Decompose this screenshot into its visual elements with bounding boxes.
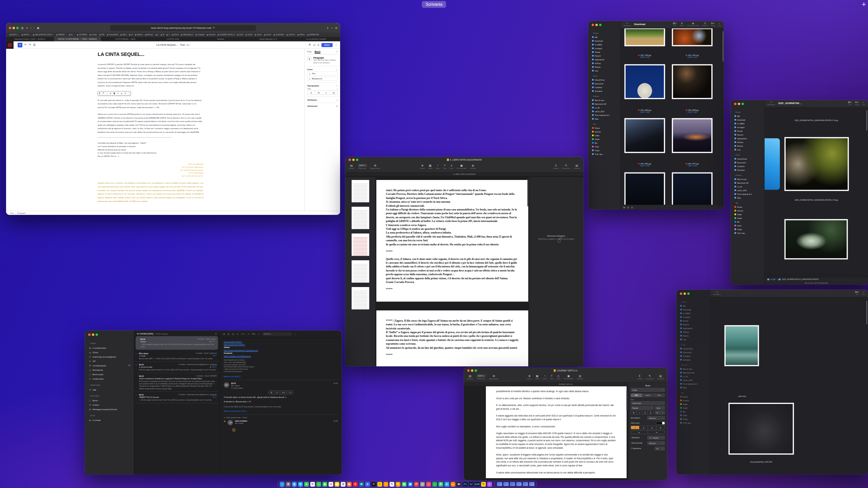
dock-app-icon[interactable]: ✎ (396, 482, 400, 487)
search-button[interactable]: ⌕Cerca (862, 290, 865, 295)
mobile-view-icon[interactable]: ▯ (318, 43, 319, 46)
sidebar-item[interactable]: AirDrop (733, 140, 762, 144)
browser-tab[interactable]: Independent Analytics ‹ 18x24 — WordPres… (6, 37, 54, 41)
separator-block[interactable] (98, 137, 172, 138)
bookmark-item[interactable]: TPE (99, 34, 104, 36)
sidebar-item[interactable]: mac (679, 338, 708, 341)
share-button[interactable]: ↥Condividi (553, 164, 559, 169)
dock-app-icon[interactable]: ☺ (280, 482, 284, 487)
dock-app-icon[interactable]: = (383, 482, 388, 487)
photo-thumbnail[interactable] (626, 174, 664, 205)
bookmark-item[interactable]: JOURNEY WITH LU (218, 34, 235, 36)
sidebar-item[interactable]: Musica (733, 144, 762, 148)
browser-tab[interactable]: Le mie statistiche | Unsplash (292, 37, 340, 41)
file-cell[interactable]: LRO_8691.jpg 4.928 × 3.280 (626, 119, 664, 152)
dock-app-icon[interactable]: ◖ (316, 482, 321, 487)
sidebar-item[interactable]: Arancio (591, 130, 618, 134)
desktop-view-icon[interactable]: ▭ (313, 43, 316, 46)
wp-editor-canvas[interactable]: LA CINTA SEQUEL... mi ammiri GRTM? e per… (6, 49, 304, 211)
format-button[interactable]: ✎Formattazione (562, 164, 570, 169)
sidebar-item[interactable]: Macintosh HD (679, 371, 708, 374)
forward-icon[interactable]: ↪ (289, 391, 291, 393)
move-to-field[interactable]: Sposta in... (262, 332, 292, 336)
view-button[interactable]: ▤∨Vista (855, 290, 859, 295)
close-icon[interactable]: × (336, 50, 338, 53)
dock-app-icon[interactable]: Lr (469, 482, 474, 487)
tab-block[interactable]: Block (315, 50, 320, 53)
sidebar-item[interactable]: LaCie_2021 (591, 109, 618, 113)
mailbox-item[interactable]: Preferiti (87, 341, 132, 346)
file-cell[interactable] (673, 174, 711, 205)
sidebar-item[interactable]: Immagini (679, 315, 708, 319)
page-thumbnail[interactable] (352, 180, 369, 202)
show-more-link[interactable]: Mostra di più da luca romano (224, 410, 338, 412)
sidebar-icon[interactable]: ▥ (21, 26, 24, 29)
paragraph-block-icon[interactable]: ¶ (98, 92, 102, 95)
dock-app-icon[interactable]: ✎ (481, 482, 486, 487)
align-icon[interactable]: ≡ (109, 92, 113, 95)
mailbox-item[interactable]: ✉ lucaromano.journey@gmail… (87, 354, 132, 359)
sidebar-item[interactable]: Posizioni (679, 363, 708, 367)
sidebar-item[interactable]: Sala (679, 386, 708, 389)
sidebar-item[interactable]: Viola (733, 224, 762, 227)
sidebar-item[interactable]: Tutti i tag… (679, 421, 708, 425)
sidebar-item[interactable]: Documenti (679, 350, 708, 354)
sidebar-item[interactable]: Documenti (591, 82, 618, 85)
star-icon[interactable]: ★ (224, 420, 225, 425)
color-icon[interactable]: ◐ (258, 333, 260, 335)
photo-thumbnail[interactable] (730, 404, 793, 453)
more-options-icon[interactable]: ⋮ (335, 43, 337, 46)
gallery-view-icon[interactable]: ⫶ (635, 206, 636, 208)
sidebar-item[interactable]: Download (733, 118, 762, 122)
toolbar-button[interactable]: ▦Tabella (428, 164, 432, 169)
scrollbar[interactable] (527, 179, 528, 206)
wp-add-block-button[interactable]: + (18, 43, 22, 47)
sidebar-item[interactable]: ME (733, 114, 762, 118)
photo-thumbnail[interactable] (673, 29, 711, 45)
wp-document-title[interactable]: LA CINTA SEQUEL... · Post⌘K (156, 44, 190, 46)
italic-button[interactable]: I (637, 411, 643, 414)
sidebar-item[interactable]: AirDrop (679, 330, 708, 334)
dock-app-icon[interactable]: ✆ (438, 482, 443, 487)
bookmark-item[interactable]: ProductWind (107, 34, 118, 36)
dock-app-icon[interactable]: 12 (329, 482, 333, 487)
sidebar-item[interactable]: Blu (679, 410, 708, 413)
toolbar-button[interactable]: ⊕Inserisci (527, 374, 532, 380)
sidebar-item[interactable]: LaCie_2021 (733, 188, 762, 192)
mailbox-item[interactable]: ▢ Bozze (87, 398, 132, 403)
message-list-item[interactable]: ↩ Eli D In entrata – lucaromano.journey@… (134, 392, 219, 403)
photo-thumbnail[interactable] (786, 220, 847, 258)
redo-icon[interactable]: ↷ (29, 43, 31, 46)
search-button[interactable]: ⌕Cerca (862, 101, 865, 105)
sidebar-item[interactable]: Grigio (591, 148, 618, 152)
browser-tab[interactable]: Facebook (197, 37, 245, 41)
align-justify-button[interactable]: ≡ (656, 426, 665, 429)
sidebar-item[interactable]: Scrivania (733, 168, 762, 172)
photo-thumbnail[interactable] (673, 65, 711, 98)
chevron-down-icon[interactable]: ∨ (336, 105, 338, 107)
dock-app-icon[interactable]: ⚙ (286, 482, 291, 487)
add-space-button[interactable]: + (862, 0, 866, 9)
color-options-icon[interactable]: ⋮ (336, 68, 338, 70)
indent-button[interactable]: ⇥ (648, 431, 665, 434)
flag-icon[interactable]: ⚑∨ (252, 333, 256, 336)
browser-tab[interactable]: LA CINTA | 18x24 (149, 37, 197, 41)
toolbar-button[interactable]: TTesto (550, 374, 553, 380)
sidebar-item[interactable]: Recenti (591, 54, 618, 58)
font-size-option[interactable]: M (315, 91, 322, 95)
sidebar-item[interactable]: Preferiti (733, 110, 762, 114)
font-family-select[interactable]: Avenir Next↕ (631, 401, 665, 405)
dock-app-icon[interactable]: ➤ (304, 482, 309, 487)
sidebar-item[interactable]: Download (679, 308, 708, 311)
bookmark-item[interactable]: 18.24s (245, 34, 252, 36)
sidebar-item[interactable]: Download (591, 39, 618, 43)
toolbar-button[interactable]: ◔Grafico (436, 164, 440, 169)
sidebar-item[interactable]: Documenti (733, 161, 762, 164)
wp-site-icon[interactable] (6, 41, 14, 49)
path-segment[interactable]: 2025_JOURNEYWITHLU_MADONNACATASTE (782, 278, 818, 280)
document-page[interactable]: possibilmente di modello identico o quan… (486, 386, 627, 478)
document-area[interactable]: etnici. Ho potuto però vedere posti per … (376, 177, 529, 366)
photo-thumbnail[interactable] (626, 29, 664, 45)
sidebar-item[interactable]: Applicazioni (679, 326, 708, 330)
sidebar-item[interactable]: Arancio (733, 209, 762, 212)
